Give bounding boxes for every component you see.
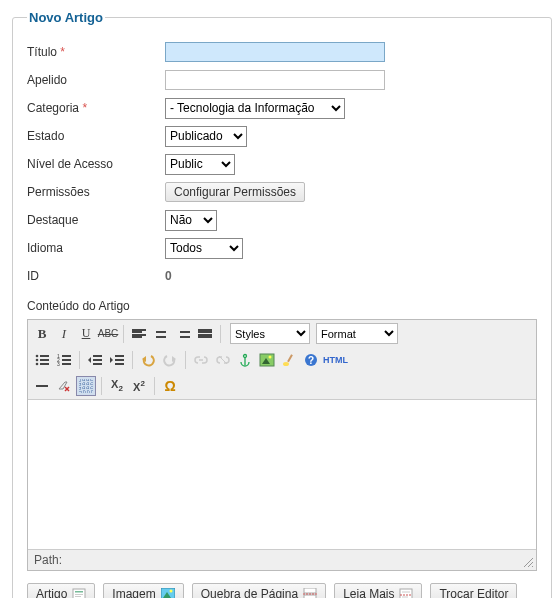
styles-select[interactable]: Styles: [230, 323, 310, 344]
image-button[interactable]: Imagem: [103, 583, 183, 598]
path-label: Path:: [34, 553, 62, 567]
bold-icon[interactable]: B: [32, 324, 52, 344]
undo-icon[interactable]: [138, 350, 158, 370]
svg-rect-45: [75, 594, 83, 595]
separator-icon: [132, 351, 133, 369]
svg-point-2: [36, 359, 39, 362]
svg-rect-19: [115, 363, 124, 365]
pagebreak-icon: [303, 588, 317, 598]
article-button[interactable]: Artigo: [27, 583, 95, 598]
svg-point-4: [36, 363, 39, 366]
align-left-icon[interactable]: [129, 324, 149, 344]
svg-rect-28: [287, 354, 293, 362]
row-title: Título *: [27, 41, 537, 63]
svg-text:3: 3: [57, 361, 60, 366]
category-select[interactable]: - Tecnologia da Informação: [165, 98, 345, 119]
remove-format-icon[interactable]: [54, 376, 74, 396]
svg-rect-1: [40, 355, 49, 357]
italic-icon[interactable]: I: [54, 324, 74, 344]
row-id: ID 0: [27, 265, 537, 287]
label-language: Idioma: [27, 241, 165, 255]
alias-input[interactable]: [165, 70, 385, 90]
svg-text:?: ?: [308, 355, 314, 366]
numbered-list-icon[interactable]: 123: [54, 350, 74, 370]
separator-icon: [79, 351, 80, 369]
row-language: Idioma Todos: [27, 237, 537, 259]
align-justify-icon[interactable]: [195, 324, 215, 344]
label-permissions: Permissões: [27, 185, 165, 199]
row-featured: Destaque Não: [27, 209, 537, 231]
svg-rect-7: [62, 355, 71, 357]
editor-path-bar: Path:: [28, 549, 536, 570]
special-char-icon[interactable]: Ω: [160, 376, 180, 396]
label-featured: Destaque: [27, 213, 165, 227]
readmore-icon: [399, 588, 413, 598]
separator-icon: [123, 325, 124, 343]
id-value: 0: [165, 269, 537, 283]
align-center-icon[interactable]: [151, 324, 171, 344]
toggle-guidelines-icon[interactable]: [76, 376, 96, 396]
svg-rect-11: [62, 363, 71, 365]
separator-icon: [101, 377, 102, 395]
format-select[interactable]: Format: [316, 323, 398, 344]
indent-icon[interactable]: [107, 350, 127, 370]
toolbar-row-3: X2 X2 Ω: [28, 373, 536, 399]
image-icon[interactable]: [257, 350, 277, 370]
svg-line-22: [219, 356, 227, 364]
language-select[interactable]: Todos: [165, 238, 243, 259]
svg-rect-3: [40, 359, 49, 361]
svg-rect-50: [304, 588, 316, 593]
unlink-icon[interactable]: [213, 350, 233, 370]
outdent-icon[interactable]: [85, 350, 105, 370]
editor-content-area[interactable]: [28, 399, 536, 549]
pagebreak-button[interactable]: Quebra de Página: [192, 583, 326, 598]
svg-marker-16: [110, 357, 113, 363]
anchor-icon[interactable]: [235, 350, 255, 370]
article-form-fieldset: Novo Artigo Título * Apelido Categoria *…: [12, 10, 552, 598]
label-title: Título *: [27, 45, 165, 59]
label-access: Nível de Acesso: [27, 157, 165, 171]
svg-marker-12: [88, 357, 91, 363]
link-icon[interactable]: [191, 350, 211, 370]
bottom-button-bar: Artigo Imagem Quebra de Página Leia Mais…: [27, 583, 537, 598]
redo-icon[interactable]: [160, 350, 180, 370]
featured-select[interactable]: Não: [165, 210, 217, 231]
strikethrough-icon[interactable]: ABC: [98, 324, 118, 344]
resize-handle-icon[interactable]: [522, 556, 534, 568]
separator-icon: [185, 351, 186, 369]
toggle-editor-button[interactable]: Trocar Editor: [430, 583, 517, 598]
svg-rect-18: [115, 359, 124, 361]
form-legend: Novo Artigo: [27, 10, 105, 25]
svg-line-40: [524, 558, 533, 567]
bullet-list-icon[interactable]: [32, 350, 52, 370]
article-icon: [72, 588, 86, 598]
state-select[interactable]: Publicado: [165, 126, 247, 147]
content-label: Conteúdo do Artigo: [27, 299, 537, 313]
svg-rect-13: [93, 355, 102, 357]
svg-rect-15: [93, 363, 102, 365]
label-id: ID: [27, 269, 165, 283]
underline-icon[interactable]: U: [76, 324, 96, 344]
subscript-icon[interactable]: X2: [107, 376, 127, 396]
svg-rect-9: [62, 359, 71, 361]
configure-permissions-button[interactable]: Configurar Permissões: [165, 182, 305, 202]
help-icon[interactable]: ?: [301, 350, 321, 370]
row-permissions: Permissões Configurar Permissões: [27, 181, 537, 203]
align-right-icon[interactable]: [173, 324, 193, 344]
svg-rect-44: [75, 591, 83, 593]
svg-rect-5: [40, 363, 49, 365]
required-asterisk: *: [60, 45, 65, 59]
label-category: Categoria *: [27, 101, 165, 115]
svg-line-42: [532, 566, 533, 567]
svg-point-0: [36, 355, 39, 358]
horizontal-rule-icon[interactable]: [32, 376, 52, 396]
superscript-icon[interactable]: X2: [129, 376, 149, 396]
cleanup-icon[interactable]: [279, 350, 299, 370]
access-select[interactable]: Public: [165, 154, 235, 175]
svg-rect-35: [80, 380, 92, 392]
html-source-icon[interactable]: HTML: [323, 350, 348, 370]
svg-point-27: [269, 356, 272, 359]
title-input[interactable]: [165, 42, 385, 62]
readmore-button[interactable]: Leia Mais: [334, 583, 422, 598]
toolbar-row-1: B I U ABC Styles Format: [28, 320, 536, 347]
